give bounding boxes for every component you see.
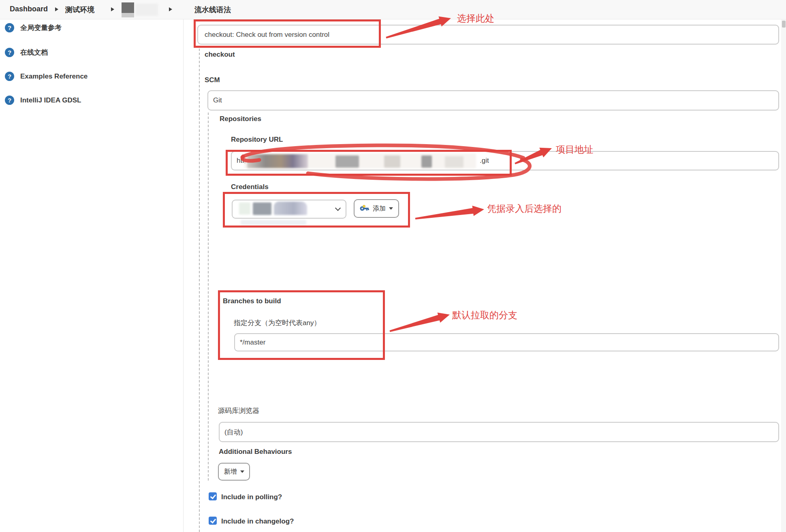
- highlight-box-sample-step: [194, 19, 381, 48]
- breadcrumb: Dashboard 测试环境 流水线语法: [0, 0, 786, 19]
- include-in-changelog-label: Include in changelog?: [221, 518, 294, 526]
- tree-line-checkout: [199, 49, 200, 532]
- help-icon: [5, 96, 14, 105]
- highlight-box-repository-url: [226, 150, 512, 176]
- scm-select[interactable]: Git: [207, 90, 779, 111]
- highlight-box-branches: [218, 290, 385, 360]
- help-icon: [5, 48, 14, 57]
- breadcrumb-redacted-job-shadow: [122, 13, 134, 17]
- pipeline-syntax-page: Dashboard 测试环境 流水线语法 全局变量参考 在线文档 Example…: [0, 0, 786, 532]
- breadcrumb-test-env[interactable]: 测试环境: [65, 5, 94, 15]
- repo-browser-value: (自动): [224, 428, 243, 437]
- sidebar-item-label: IntelliJ IDEA GDSL: [20, 96, 81, 104]
- help-icon: [5, 23, 14, 32]
- repository-url-label: Repository URL: [231, 136, 283, 144]
- sidebar-item-label: 全局变量参考: [20, 23, 62, 32]
- sidebar-item-examples-reference[interactable]: Examples Reference: [5, 72, 88, 81]
- annotation-default-branch: 默认拉取的分支: [452, 309, 517, 321]
- annotation-credentials-note: 凭据录入后选择的: [487, 202, 562, 215]
- annotation-project-address: 项目地址: [556, 143, 593, 156]
- sidebar-item-label: Examples Reference: [20, 72, 88, 81]
- scm-value: Git: [213, 96, 222, 104]
- checkout-section-label: checkout: [205, 51, 235, 59]
- repo-browser-label: 源码库浏览器: [218, 407, 259, 415]
- caret-down-icon: [240, 470, 244, 473]
- chevron-right-icon: [55, 7, 58, 11]
- repo-browser-select[interactable]: (自动): [219, 422, 779, 442]
- scm-label: SCM: [205, 77, 220, 84]
- breadcrumb-pipeline-syntax[interactable]: 流水线语法: [194, 5, 231, 15]
- annotation-arrow: [415, 206, 484, 219]
- add-behaviour-button[interactable]: 新增: [218, 463, 250, 481]
- sidebar-item-intellij-gdsl[interactable]: IntelliJ IDEA GDSL: [5, 96, 81, 105]
- chevron-right-icon: [169, 7, 172, 11]
- include-in-polling-checkbox[interactable]: [209, 492, 217, 500]
- credentials-label: Credentials: [231, 183, 269, 191]
- repositories-label: Repositories: [220, 115, 261, 123]
- sidebar: 全局变量参考 在线文档 Examples Reference IntelliJ …: [0, 19, 184, 532]
- additional-behaviours-label: Additional Behaviours: [219, 448, 292, 456]
- annotation-arrow: [390, 313, 450, 332]
- annotation-select-here: 选择此处: [457, 12, 494, 25]
- add-behaviour-label: 新增: [224, 468, 237, 476]
- tree-line-git: [208, 113, 209, 481]
- include-in-polling-label: Include in polling?: [221, 494, 282, 501]
- include-in-changelog-checkbox[interactable]: [209, 517, 217, 525]
- help-icon: [5, 72, 14, 81]
- scrollbar-thumb[interactable]: [782, 21, 786, 28]
- sidebar-item-global-variables[interactable]: 全局变量参考: [5, 23, 62, 32]
- sidebar-item-online-docs[interactable]: 在线文档: [5, 48, 48, 57]
- sidebar-item-label: 在线文档: [20, 48, 48, 57]
- highlight-box-credentials: [223, 192, 410, 228]
- breadcrumb-redacted-smear: [135, 4, 158, 16]
- chevron-right-icon: [111, 7, 114, 11]
- scrollbar-track: [781, 19, 786, 532]
- breadcrumb-dashboard[interactable]: Dashboard: [10, 5, 48, 13]
- breadcrumb-redacted-job[interactable]: [122, 2, 134, 13]
